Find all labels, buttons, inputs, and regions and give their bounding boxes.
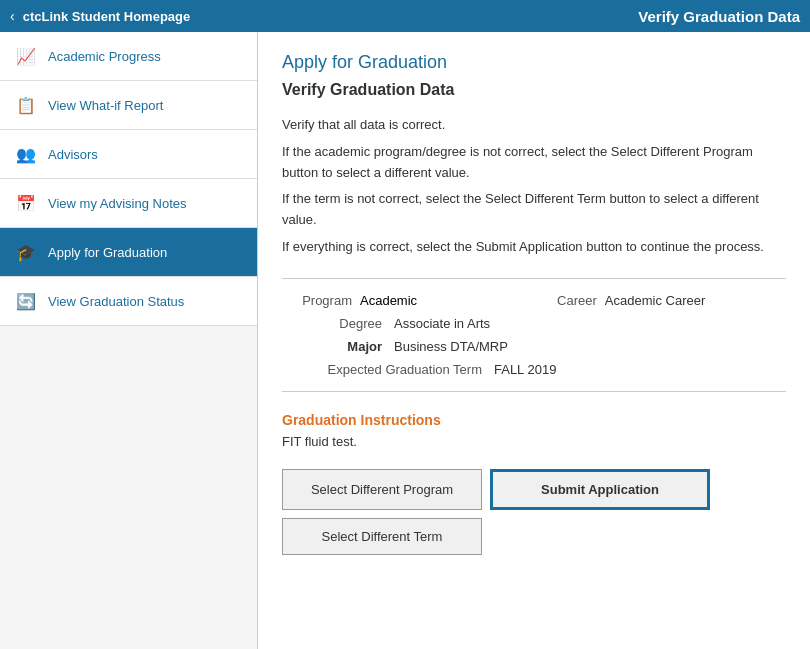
submit-application-button[interactable]: Submit Application	[490, 469, 710, 510]
major-value: Business DTA/MRP	[394, 339, 508, 354]
instruction-line2: If the academic program/degree is not co…	[282, 142, 786, 184]
career-label: Career	[557, 293, 597, 308]
sidebar-item-label: Advisors	[48, 147, 98, 162]
content-heading: Apply for Graduation	[282, 52, 786, 73]
program-field: Program Academic	[282, 293, 417, 308]
instructions-block: Verify that all data is correct. If the …	[282, 115, 786, 258]
sidebar: 📈 Academic Progress 📋 View What-if Repor…	[0, 32, 258, 649]
degree-row: Degree Associate in Arts	[282, 316, 786, 331]
select-different-term-button[interactable]: Select Different Term	[282, 518, 482, 555]
degree-label: Degree	[282, 316, 382, 331]
sidebar-item-label: View Graduation Status	[48, 294, 184, 309]
academic-progress-icon: 📈	[12, 42, 40, 70]
top-bar: ‹ ctcLink Student Homepage Verify Gradua…	[0, 0, 810, 32]
instruction-line1: Verify that all data is correct.	[282, 115, 786, 136]
instruction-line3: If the term is not correct, select the S…	[282, 189, 786, 231]
sidebar-item-whatif-report[interactable]: 📋 View What-if Report	[0, 81, 257, 130]
sidebar-item-advisors[interactable]: 👥 Advisors	[0, 130, 257, 179]
view-graduation-status-icon: 🔄	[12, 287, 40, 315]
select-different-program-button[interactable]: Select Different Program	[282, 469, 482, 510]
sidebar-item-view-graduation-status[interactable]: 🔄 View Graduation Status	[0, 277, 257, 326]
content-area: Apply for Graduation Verify Graduation D…	[258, 32, 810, 649]
major-label: Major	[282, 339, 382, 354]
sidebar-item-label: Apply for Graduation	[48, 245, 167, 260]
expected-term-value: FALL 2019	[494, 362, 556, 377]
sidebar-item-apply-graduation[interactable]: 🎓 Apply for Graduation	[0, 228, 257, 277]
program-career-row: Program Academic Career Academic Career	[282, 293, 786, 308]
content-subtitle: Verify Graduation Data	[282, 81, 786, 99]
major-row: Major Business DTA/MRP	[282, 339, 786, 354]
top-button-row: Select Different Program Submit Applicat…	[282, 469, 786, 510]
sidebar-item-label: View What-if Report	[48, 98, 163, 113]
instruction-line4: If everything is correct, select the Sub…	[282, 237, 786, 258]
career-value: Academic Career	[605, 293, 705, 308]
back-icon: ‹	[10, 8, 15, 24]
advising-notes-icon: 📅	[12, 189, 40, 217]
degree-value: Associate in Arts	[394, 316, 490, 331]
graduation-data-section: Program Academic Career Academic Career …	[282, 278, 786, 392]
sidebar-item-label: Academic Progress	[48, 49, 161, 64]
app-title[interactable]: ctcLink Student Homepage	[23, 9, 191, 24]
expected-term-label: Expected Graduation Term	[282, 362, 482, 377]
advisors-icon: 👥	[12, 140, 40, 168]
apply-graduation-icon: 🎓	[12, 238, 40, 266]
sidebar-item-label: View my Advising Notes	[48, 196, 187, 211]
grad-instructions-title: Graduation Instructions	[282, 412, 786, 428]
grad-instructions-section: Graduation Instructions FIT fluid test.	[282, 412, 786, 449]
main-layout: 📈 Academic Progress 📋 View What-if Repor…	[0, 32, 810, 649]
program-value: Academic	[360, 293, 417, 308]
page-title-right: Verify Graduation Data	[638, 8, 800, 25]
whatif-report-icon: 📋	[12, 91, 40, 119]
buttons-area: Select Different Program Submit Applicat…	[282, 469, 786, 555]
sidebar-item-academic-progress[interactable]: 📈 Academic Progress	[0, 32, 257, 81]
program-label: Program	[282, 293, 352, 308]
expected-term-row: Expected Graduation Term FALL 2019	[282, 362, 786, 377]
sidebar-item-advising-notes[interactable]: 📅 View my Advising Notes	[0, 179, 257, 228]
career-field: Career Academic Career	[557, 293, 705, 308]
bottom-button-row: Select Different Term	[282, 518, 786, 555]
grad-instructions-text: FIT fluid test.	[282, 434, 786, 449]
